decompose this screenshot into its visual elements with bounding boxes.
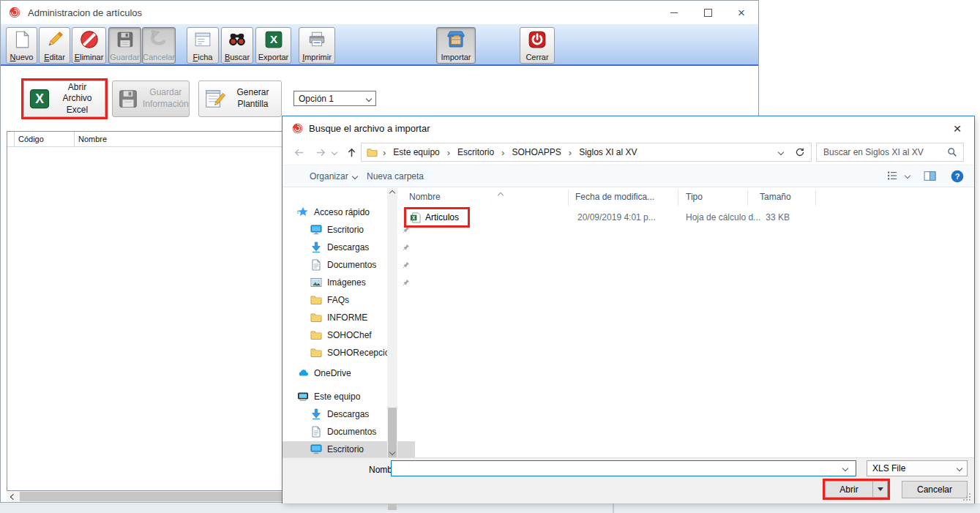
excel-icon: X (29, 88, 51, 110)
background-strip (0, 503, 980, 513)
back-arrow-icon[interactable] (293, 146, 305, 159)
imprimir-button[interactable]: Imprimir (299, 27, 335, 64)
column-header-codigo[interactable]: Código (15, 132, 75, 146)
search-box[interactable]: Buscar en Siglos XI al XV (816, 143, 964, 162)
cerrar-button[interactable]: Cerrar (520, 27, 555, 64)
guardar-button[interactable]: Guardar (108, 27, 141, 64)
nueva-carpeta-button[interactable]: Nueva carpeta (367, 165, 424, 187)
chevron-down-icon (366, 95, 372, 101)
forward-arrow-icon[interactable] (315, 146, 327, 159)
scroll-left-button[interactable] (7, 491, 19, 502)
minimize-icon (670, 12, 678, 13)
filename-input[interactable] (391, 460, 856, 476)
address-bar[interactable]: › Este equipo › Escritorio › SOHOAPPS › … (361, 143, 812, 162)
view-options-chevron-icon[interactable] (905, 173, 910, 178)
column-header-tipo[interactable]: Tipo (686, 192, 703, 202)
sidebar-item-onedrive[interactable]: OneDrive (283, 365, 402, 381)
address-dropdown-chevron-icon[interactable] (778, 149, 784, 155)
column-header-fecha[interactable]: Fecha de modifica... (575, 192, 654, 202)
onedrive-cloud-icon (297, 367, 309, 379)
column-divider[interactable] (678, 190, 678, 206)
imprimir-label: Imprimir (302, 53, 332, 61)
sidebar-item-acceso-rapido[interactable]: Acceso rápido (283, 204, 402, 220)
sidebar-item-label: Escritorio (327, 225, 364, 235)
printer-icon (307, 30, 326, 49)
view-options-icon[interactable] (886, 170, 898, 181)
organizar-menu[interactable]: Organizar (310, 165, 357, 187)
close-button[interactable]: × (725, 1, 758, 24)
column-divider[interactable] (568, 190, 569, 206)
close-icon: × (738, 7, 745, 19)
up-arrow-icon[interactable] (345, 146, 358, 159)
desktop-icon (310, 443, 322, 455)
sidebar-item-este-equipo[interactable]: Este equipo (283, 389, 402, 405)
history-chevron-icon[interactable] (332, 150, 337, 154)
cancelar-button[interactable]: Cancelar (902, 481, 968, 498)
abrir-button[interactable]: Abrir (825, 481, 888, 498)
dialog-commandbar: Organizar Nueva carpeta ? (283, 165, 974, 187)
sidebar-scrollbar[interactable] (387, 188, 397, 457)
nuevo-button[interactable]: Nuevo (6, 27, 37, 64)
help-icon[interactable]: ? (951, 170, 964, 183)
editar-button[interactable]: Editar (39, 27, 70, 64)
sidebar-item-label: Documentos (327, 427, 376, 437)
maximize-button[interactable] (691, 1, 725, 24)
folder-icon (310, 312, 322, 323)
scroll-up-button[interactable] (387, 188, 397, 198)
dialog-close-button[interactable]: × (946, 120, 968, 138)
breadcrumb-sohoapps[interactable]: SOHOAPPS (509, 147, 563, 157)
binoculars-icon (228, 30, 247, 49)
desktop-icon (310, 224, 322, 236)
computer-icon (297, 391, 309, 402)
column-divider[interactable] (815, 190, 816, 206)
breadcrumb-escritorio[interactable]: Escritorio (455, 147, 496, 157)
search-icon[interactable] (947, 147, 957, 157)
ficha-button[interactable]: Ficha (187, 27, 219, 64)
resize-grip[interactable] (962, 493, 971, 501)
editar-label: Editar (44, 53, 65, 61)
column-divider[interactable] (747, 190, 748, 206)
nueva-carpeta-label: Nueva carpeta (367, 171, 424, 181)
importar-label: Importar (441, 53, 471, 61)
svg-text:X: X (35, 91, 44, 106)
cancelar-button[interactable]: Cancelar (142, 27, 176, 64)
breadcrumb-siglos[interactable]: Siglos XI al XV (577, 147, 639, 157)
generar-plantilla-button[interactable]: Generar Plantilla (198, 80, 282, 117)
chevron-down-icon (351, 173, 357, 179)
importar-button[interactable]: Importar (436, 27, 476, 64)
opcion-dropdown-value: Opción 1 (299, 94, 334, 104)
sidebar-item-label: SOHOChef (327, 330, 372, 340)
svg-text:X: X (269, 33, 277, 45)
breadcrumb-este-equipo[interactable]: Este equipo (391, 147, 441, 157)
dialog-title: Busque el archivo a importar (309, 123, 430, 134)
annotation-abrir-archivo-excel: X Abrir Archivo Excel (21, 78, 108, 119)
downloads-icon (310, 408, 322, 420)
breadcrumb-separator: › (442, 147, 455, 158)
chevron-down-icon (957, 465, 962, 471)
documents-icon (310, 426, 322, 438)
sidebar-item-label: Acceso rápido (314, 207, 370, 217)
minimize-button[interactable] (657, 1, 691, 24)
preview-pane-icon[interactable] (924, 170, 936, 182)
dialog-titlebar: Busque el archivo a importar × (283, 116, 974, 141)
scroll-down-button[interactable] (387, 447, 397, 457)
eliminar-button[interactable]: Eliminar (72, 27, 106, 64)
notepad-pencil-icon (203, 88, 225, 110)
cancelar-label: Cancelar (143, 53, 175, 61)
buscar-button[interactable]: Buscar (221, 27, 253, 64)
guardar-informacion-button[interactable]: Guardar Información (112, 80, 190, 117)
exportar-button[interactable]: X Exportar (255, 27, 291, 64)
window-controls: × (657, 1, 758, 24)
abrir-archivo-excel-button[interactable]: X Abrir Archivo Excel (23, 80, 105, 117)
file-type-dropdown[interactable]: XLS File (867, 460, 968, 476)
opcion-dropdown[interactable]: Opción 1 (293, 91, 376, 106)
app-logo-icon (9, 7, 20, 18)
abrir-dropdown-button[interactable] (872, 482, 887, 497)
refresh-icon[interactable] (795, 147, 805, 157)
file-row-articulos[interactable]: X Articulos (406, 209, 468, 225)
column-header-tamano[interactable]: Tamaño (760, 192, 791, 202)
column-header-nombre[interactable]: Nombre (409, 192, 441, 202)
folder-icon (367, 147, 378, 158)
file-modified-date: 20/09/2019 4:01 p... (577, 212, 656, 222)
close-icon: × (953, 121, 961, 137)
